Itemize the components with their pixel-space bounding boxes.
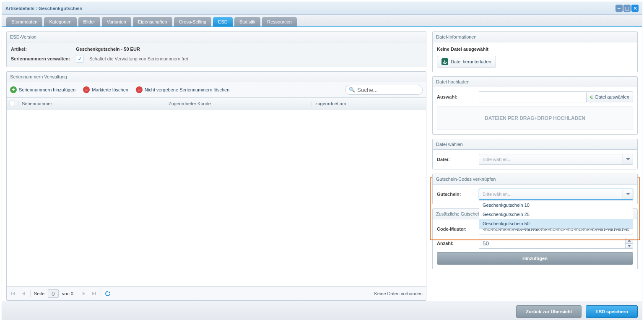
save-button[interactable]: ESD speichern bbox=[586, 305, 638, 318]
file-upload-panel: Datei hochladen Auswahl: ⊕ Datei auswähl… bbox=[432, 76, 638, 135]
serial-panel-title: Seriennummern Verwaltung bbox=[7, 72, 426, 82]
voucher-select-placeholder: Bitte wählen... bbox=[483, 192, 512, 197]
selection-input[interactable] bbox=[479, 91, 586, 102]
chevron-down-icon bbox=[623, 154, 633, 164]
choose-file-button[interactable]: ⊕ Datei auswählen bbox=[586, 91, 633, 102]
prev-page-button[interactable] bbox=[20, 290, 27, 297]
window: Artikeldetails : Geschenkgutschein – ▢ ✕… bbox=[2, 2, 642, 320]
voucher-option[interactable]: Geschenkgutschein 25 bbox=[479, 210, 633, 219]
tab-stammdaten[interactable]: Stammdaten bbox=[6, 17, 42, 26]
file-upload-title: Datei hochladen bbox=[433, 77, 637, 87]
refresh-button[interactable] bbox=[104, 290, 111, 297]
voucher-link-title: Gutschein-Codes verknüpfen bbox=[433, 174, 637, 185]
selection-label: Auswahl: bbox=[437, 94, 479, 99]
action-delete-unassigned-label: Nicht vergebene Seriennummern löschen bbox=[145, 87, 229, 92]
col-date[interactable]: zugeordnet am bbox=[312, 101, 426, 106]
voucher-option[interactable]: Geschenkgutschein 50 bbox=[479, 219, 633, 228]
voucher-label: Gutschein: bbox=[437, 192, 479, 197]
minimize-icon[interactable]: – bbox=[615, 5, 623, 12]
content-area: ESD-Version Artikel: Geschenkgutschein -… bbox=[2, 27, 642, 301]
add-file-icon: ⊕ bbox=[590, 94, 594, 100]
serial-panel: Seriennummern Verwaltung + Seriennummern… bbox=[6, 71, 426, 301]
file-choose-title: Datei wählen bbox=[433, 139, 637, 150]
pager: Seite von 0 Keine Daten vorhand bbox=[7, 286, 426, 300]
save-button-label: ESD speichern bbox=[595, 309, 628, 314]
esd-version-panel: ESD-Version Artikel: Geschenkgutschein -… bbox=[6, 31, 426, 67]
action-add-serial[interactable]: + Seriennummern hinzufügen bbox=[10, 86, 75, 93]
grid-body bbox=[7, 109, 426, 286]
col-customer[interactable]: Zugeordneter Kunde bbox=[165, 101, 312, 106]
left-column: ESD-Version Artikel: Geschenkgutschein -… bbox=[6, 31, 426, 301]
tab-bar: Stammdaten Kategorien Bilder Varianten E… bbox=[2, 15, 642, 27]
action-delete-marked-label: Markierte löschen bbox=[92, 87, 128, 92]
window-title: Artikeldetails : Geschenkgutschein bbox=[5, 6, 82, 11]
back-button-label: Zurück zur Übersicht bbox=[526, 309, 572, 314]
article-value: Geschenkgutschein - 50 EUR bbox=[76, 47, 140, 52]
search-icon: 🔍 bbox=[349, 87, 355, 93]
minus-icon: – bbox=[83, 86, 90, 93]
download-file-label: Datei herunterladen bbox=[451, 59, 491, 64]
file-label: Datei: bbox=[437, 157, 479, 162]
first-page-button[interactable] bbox=[10, 290, 17, 297]
next-page-button[interactable] bbox=[80, 290, 87, 297]
file-select-placeholder: Bitte wählen... bbox=[483, 157, 512, 162]
titlebar: Artikeldetails : Geschenkgutschein – ▢ ✕ bbox=[2, 2, 642, 15]
add-button[interactable]: Hinzufügen bbox=[437, 252, 633, 265]
serial-manage-label: Seriennummern verwalten: bbox=[11, 56, 76, 61]
voucher-select[interactable]: Bitte wählen... Geschenkgutschein 10 Ges… bbox=[479, 189, 633, 200]
last-page-button[interactable] bbox=[91, 290, 97, 297]
tab-ressourcen[interactable]: Ressourcen bbox=[262, 17, 297, 26]
stepper-up[interactable] bbox=[626, 238, 633, 244]
tab-kategorien[interactable]: Kategorien bbox=[44, 17, 76, 26]
page-total: von 0 bbox=[62, 291, 73, 296]
tab-esd[interactable]: ESD bbox=[213, 17, 233, 26]
voucher-dropdown: Geschenkgutschein 10 Geschenkgutschein 2… bbox=[479, 200, 633, 229]
file-info-panel: Datei-Informationen Keine Datei ausgewäh… bbox=[432, 31, 638, 72]
select-all-checkbox[interactable] bbox=[7, 101, 18, 106]
esd-version-title: ESD-Version bbox=[7, 32, 426, 42]
file-info-title: Datei-Informationen bbox=[433, 32, 637, 42]
page-label: Seite bbox=[34, 291, 44, 296]
no-file-text: Keine Datei ausgewählt bbox=[437, 47, 633, 52]
grid-header: Seriennummer Zugeordneter Kunde zugeordn… bbox=[7, 98, 426, 109]
count-label: Anzahl: bbox=[437, 241, 479, 246]
pager-status: Keine Daten vorhanden bbox=[374, 291, 423, 296]
tab-bilder[interactable]: Bilder bbox=[78, 17, 100, 26]
add-button-label: Hinzufügen bbox=[522, 256, 548, 261]
search-field: 🔍 bbox=[345, 85, 423, 95]
download-icon bbox=[441, 58, 448, 65]
col-serial[interactable]: Seriennummer bbox=[18, 101, 165, 106]
page-input[interactable] bbox=[48, 289, 59, 298]
tab-crossselling[interactable]: Cross-Selling bbox=[174, 17, 211, 26]
count-input[interactable] bbox=[479, 238, 633, 249]
download-file-button[interactable]: Datei herunterladen bbox=[437, 56, 496, 68]
svg-rect-1 bbox=[95, 292, 96, 295]
tab-statistik[interactable]: Statistik bbox=[234, 17, 261, 26]
tab-varianten[interactable]: Varianten bbox=[102, 17, 131, 26]
serial-manage-help: Schaltet die Verwaltung von Seriennummer… bbox=[89, 56, 188, 61]
pattern-label: Code-Muster: bbox=[437, 226, 479, 232]
choose-file-label: Datei auswählen bbox=[595, 94, 629, 99]
tab-eigenschaften[interactable]: Eigenschaften bbox=[133, 17, 172, 26]
maximize-icon[interactable]: ▢ bbox=[623, 5, 631, 12]
footer: Zurück zur Übersicht ESD speichern bbox=[2, 301, 642, 320]
close-icon[interactable]: ✕ bbox=[631, 5, 639, 12]
serial-toolbar: + Seriennummern hinzufügen – Markierte l… bbox=[7, 82, 426, 98]
action-delete-marked[interactable]: – Markierte löschen bbox=[83, 86, 128, 93]
voucher-link-panel: Gutschein-Codes verknüpfen Gutschein: Bi… bbox=[432, 174, 638, 204]
action-delete-unassigned[interactable]: – Nicht vergebene Seriennummern löschen bbox=[136, 86, 229, 93]
article-label: Artikel: bbox=[11, 47, 76, 52]
dropzone[interactable]: DATEIEN PER DRAG+DROP HOCHLADEN bbox=[437, 107, 633, 130]
file-select[interactable]: Bitte wählen... bbox=[479, 154, 633, 165]
action-add-label: Seriennummern hinzufügen bbox=[19, 87, 75, 92]
svg-rect-0 bbox=[11, 292, 12, 295]
chevron-down-icon bbox=[623, 189, 633, 199]
search-input[interactable] bbox=[345, 85, 423, 95]
right-column: Datei-Informationen Keine Datei ausgewäh… bbox=[432, 31, 638, 301]
serial-manage-checkbox[interactable]: ✓ bbox=[76, 55, 83, 62]
minus-icon: – bbox=[136, 86, 143, 93]
stepper-down[interactable] bbox=[626, 244, 633, 249]
voucher-option[interactable]: Geschenkgutschein 10 bbox=[479, 200, 633, 210]
file-choose-panel: Datei wählen Datei: Bitte wählen... bbox=[432, 139, 638, 169]
back-button[interactable]: Zurück zur Übersicht bbox=[516, 305, 582, 318]
